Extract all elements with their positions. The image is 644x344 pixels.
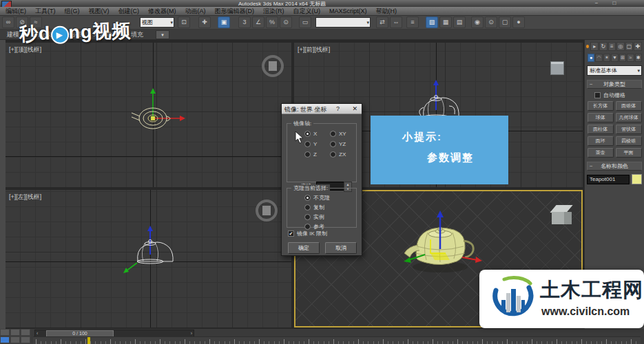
- menu-item[interactable]: 工具(T): [35, 7, 56, 16]
- layer-manager-icon[interactable]: ≡: [406, 17, 419, 28]
- layout-cell[interactable]: [21, 336, 30, 343]
- systems-icon[interactable]: ✱: [635, 54, 642, 62]
- spacewarps-icon[interactable]: ≈: [627, 54, 634, 62]
- ok-button[interactable]: 确定: [288, 242, 320, 254]
- render-production-icon[interactable]: ●: [512, 17, 525, 28]
- teapot-perspective[interactable]: [391, 201, 494, 283]
- viewport-left[interactable]: [+][左][线框]: [6, 190, 291, 327]
- schematic-view-icon[interactable]: ▤: [453, 17, 466, 28]
- dialog-title-bar[interactable]: 镜像: 世界 坐标 ? ✕: [282, 104, 362, 114]
- primitive-button[interactable]: 管状体: [616, 125, 642, 134]
- layout-cell-active[interactable]: [0, 336, 10, 343]
- track-bar-ruler[interactable]: [33, 336, 641, 344]
- utilities-tab-icon[interactable]: ✚: [634, 42, 642, 51]
- menu-item[interactable]: 渲染(R): [263, 7, 284, 16]
- object-color-swatch[interactable]: [632, 174, 642, 184]
- select-and-link-icon[interactable]: ∞: [2, 17, 14, 28]
- teapot-left-view[interactable]: [119, 219, 181, 281]
- mirror-ik-checkbox[interactable]: ✔: [288, 230, 294, 237]
- menu-item[interactable]: MAXScript(X): [329, 8, 367, 14]
- menu-item[interactable]: 帮助(H): [376, 7, 397, 16]
- viewport-layout-buttons[interactable]: [0, 329, 30, 343]
- hierarchy-tab-icon[interactable]: ≡: [608, 42, 616, 51]
- clone-option-radio[interactable]: 实例: [304, 213, 324, 221]
- select-and-move-icon[interactable]: ✚: [198, 17, 211, 28]
- spinner-snap-icon[interactable]: ⊙: [280, 17, 292, 28]
- graphite-ribbon-toggle-icon[interactable]: ▧: [426, 17, 438, 28]
- menu-item[interactable]: 组(G): [65, 7, 80, 16]
- snap-toggle-3d-icon[interactable]: 3: [238, 17, 251, 28]
- maximize-button[interactable]: □: [605, 0, 623, 6]
- display-tab-icon[interactable]: ▢: [625, 42, 634, 51]
- layout-cell[interactable]: [10, 329, 20, 336]
- angle-snap-icon[interactable]: ∠: [252, 17, 264, 28]
- primitive-button[interactable]: 球体: [588, 113, 614, 122]
- menu-item[interactable]: 创建(C): [118, 7, 140, 16]
- named-selection-dropdown[interactable]: ▾: [315, 17, 371, 28]
- menu-item[interactable]: 编辑(E): [6, 7, 26, 16]
- viewport-top-label[interactable]: [+][顶][线框]: [9, 45, 41, 54]
- primitive-button[interactable]: 圆柱体: [588, 125, 614, 134]
- geometry-icon[interactable]: ●: [588, 54, 594, 62]
- shapes-icon[interactable]: ◠: [595, 54, 602, 62]
- mirror-icon[interactable]: ⇄: [376, 17, 388, 28]
- percent-snap-icon[interactable]: %: [266, 17, 278, 28]
- mirror-axis-radio-z[interactable]: Z: [304, 151, 317, 158]
- primitive-button[interactable]: 圆锥体: [616, 101, 642, 111]
- viewport-front-label[interactable]: [+][前][线框]: [298, 45, 330, 54]
- rendered-frame-icon[interactable]: ▢: [499, 17, 511, 28]
- logo-url[interactable]: www.civilcn.com: [541, 305, 630, 318]
- primitive-button[interactable]: 四棱锥: [616, 136, 642, 146]
- object-type-rollout[interactable]: −对象类型: [587, 80, 642, 89]
- mirror-plane-radio-zx[interactable]: ZX: [330, 151, 346, 158]
- teapot-top-view[interactable]: [115, 84, 191, 153]
- viewport-top[interactable]: [+][顶][线框]: [6, 43, 291, 187]
- primitive-button[interactable]: 茶壶: [588, 148, 614, 158]
- ribbon-tab[interactable]: 建模: [7, 30, 19, 39]
- primitive-button[interactable]: 圆环: [588, 136, 614, 146]
- help-icon[interactable]: ?: [336, 105, 340, 112]
- render-setup-icon[interactable]: ⊙: [485, 17, 497, 28]
- primitive-category-dropdown[interactable]: 标准基本体▾: [587, 65, 642, 76]
- autogrid-checkbox[interactable]: [594, 92, 601, 98]
- mirror-axis-radio-x[interactable]: X: [304, 131, 317, 137]
- create-tab-icon[interactable]: ▸: [590, 42, 599, 51]
- close-icon[interactable]: ✕: [352, 105, 357, 112]
- primitive-button[interactable]: 几何球体: [616, 113, 642, 122]
- ribbon-tab[interactable]: 填充: [131, 30, 143, 39]
- primitive-button[interactable]: 平面: [616, 148, 642, 158]
- menu-item[interactable]: 视图(V): [89, 7, 110, 16]
- minimize-button[interactable]: −: [588, 0, 605, 6]
- select-and-manipulate-icon[interactable]: ▣: [218, 17, 230, 28]
- mirror-axis-radio-y[interactable]: Y: [304, 141, 317, 147]
- helpers-icon[interactable]: ⊞: [619, 54, 626, 62]
- reference-coordinate-dropdown[interactable]: 视图▾: [140, 17, 174, 28]
- modify-tab-icon[interactable]: ↻: [599, 42, 607, 51]
- edit-named-selection-icon[interactable]: ▭: [299, 17, 311, 28]
- curve-editor-icon[interactable]: ▦: [439, 17, 452, 28]
- menu-item[interactable]: 动画(A): [185, 7, 206, 16]
- viewcube-icon[interactable]: [256, 200, 278, 222]
- viewcube-icon[interactable]: [550, 205, 574, 226]
- cameras-icon[interactable]: ▼: [611, 54, 618, 62]
- material-editor-icon[interactable]: ◉: [471, 17, 484, 28]
- ribbon-dropdown[interactable]: ▾: [156, 30, 169, 39]
- lights-icon[interactable]: ✶: [603, 54, 610, 62]
- object-name-field[interactable]: Teapot001: [587, 175, 630, 184]
- primitive-button[interactable]: 长方体: [588, 101, 614, 111]
- layout-cell[interactable]: [21, 329, 30, 336]
- clone-option-radio[interactable]: 复制: [304, 204, 324, 211]
- menu-item[interactable]: 图形编辑器(D): [215, 7, 255, 16]
- viewport-left-label[interactable]: [+][左][线框]: [9, 193, 41, 202]
- cancel-button[interactable]: 取消: [325, 242, 357, 254]
- motion-tab-icon[interactable]: ◎: [616, 42, 625, 51]
- clone-option-radio[interactable]: 不克隆: [304, 194, 330, 202]
- use-pivot-center-icon[interactable]: ⊡: [178, 17, 190, 28]
- align-icon[interactable]: ⇔: [390, 17, 402, 28]
- viewcube-icon[interactable]: [550, 61, 564, 75]
- name-color-rollout[interactable]: −名称和颜色: [587, 162, 642, 171]
- menu-item[interactable]: 自定义(U): [293, 7, 321, 16]
- menu-item[interactable]: 修改器(M): [148, 7, 176, 16]
- layout-cell[interactable]: [0, 329, 10, 336]
- viewcube-icon[interactable]: [262, 55, 284, 77]
